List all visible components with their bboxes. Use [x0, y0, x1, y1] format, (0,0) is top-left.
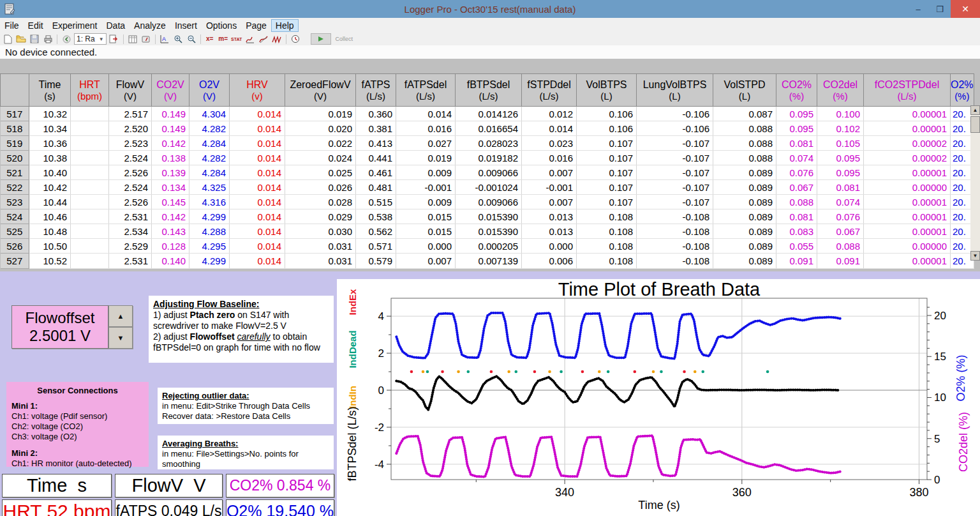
- cell-fco2stpddel[interactable]: 0.00000: [864, 239, 951, 254]
- cell-hrv[interactable]: 0.014: [230, 121, 285, 136]
- column-header-o2v[interactable]: O2V(V): [189, 74, 230, 107]
- cell-fstpddel[interactable]: 0.013: [522, 209, 577, 224]
- column-header-volbtps[interactable]: VolBTPS(L): [577, 74, 637, 107]
- cell-co2del[interactable]: 0.091: [817, 254, 864, 269]
- cell-flowv[interactable]: 2.526: [109, 165, 152, 180]
- cell-hrv[interactable]: 0.014: [230, 254, 285, 269]
- cell-time[interactable]: 10.36: [29, 136, 71, 151]
- column-header-fbtpsdel[interactable]: fBTPSdel(L/s): [456, 74, 522, 107]
- cell-zeroedflowv[interactable]: 0.019: [285, 107, 356, 121]
- cell-flowv[interactable]: 2.531: [109, 254, 152, 269]
- cell-volstpd[interactable]: 0.087: [713, 107, 776, 121]
- cell-hrv[interactable]: 0.014: [230, 151, 285, 165]
- cell-fco2stpddel[interactable]: 0.00001: [864, 224, 951, 239]
- cell-co2del[interactable]: 0.081: [817, 180, 864, 195]
- cell-fbtpsdel[interactable]: 0.019182: [456, 151, 522, 165]
- cell-fatps[interactable]: 0.413: [356, 136, 396, 151]
- cell-o2v[interactable]: 4.282: [189, 121, 230, 136]
- cell-zeroedflowv[interactable]: 0.031: [285, 239, 356, 254]
- integral-icon[interactable]: [244, 34, 256, 45]
- cell-hrt[interactable]: [71, 121, 109, 136]
- save-icon[interactable]: [29, 34, 40, 45]
- curve-fit-icon[interactable]: [258, 34, 269, 45]
- cell-co2%[interactable]: 0.055: [776, 239, 817, 254]
- data-collection-setup-icon[interactable]: [290, 34, 301, 45]
- cell-volbtps[interactable]: 0.106: [577, 107, 637, 121]
- menu-item-experiment[interactable]: Experiment: [48, 19, 102, 32]
- cell-o2v[interactable]: 4.316: [189, 195, 230, 209]
- cell-volstpd[interactable]: 0.089: [713, 180, 776, 195]
- cell-hrt[interactable]: [71, 239, 109, 254]
- cell-hrv[interactable]: 0.014: [230, 239, 285, 254]
- cell-volstpd[interactable]: 0.089: [713, 195, 776, 209]
- cell-fatpsdel[interactable]: 0.015: [396, 224, 456, 239]
- cell-time[interactable]: 10.40: [29, 165, 71, 180]
- cell-zeroedflowv[interactable]: 0.030: [285, 224, 356, 239]
- cell-fco2stpddel[interactable]: 0.00001: [864, 165, 951, 180]
- column-header-co2del[interactable]: CO2del(%): [817, 74, 864, 107]
- cell-o2v[interactable]: 4.284: [189, 136, 230, 151]
- cell-co2v[interactable]: 0.149: [152, 107, 189, 121]
- cell-hrv[interactable]: 0.014: [230, 195, 285, 209]
- column-header-time[interactable]: Time(s): [29, 74, 71, 107]
- column-header-co2%[interactable]: CO2%(%): [776, 74, 817, 107]
- zoom-out-icon[interactable]: [186, 34, 197, 45]
- cell-flowv[interactable]: 2.517: [109, 107, 152, 121]
- menu-item-edit[interactable]: Edit: [24, 19, 48, 32]
- previous-page-icon[interactable]: [61, 34, 72, 45]
- open-file-icon[interactable]: [15, 34, 27, 45]
- cell-volstpd[interactable]: 0.088: [713, 121, 776, 136]
- collect-button[interactable]: [311, 33, 331, 45]
- cell-volbtps[interactable]: 0.108: [577, 209, 637, 224]
- cell-co2%[interactable]: 0.083: [776, 224, 817, 239]
- cell-fstpddel[interactable]: 0.000: [522, 239, 577, 254]
- cell-hrt[interactable]: [71, 136, 109, 151]
- cell-fatps[interactable]: 0.538: [356, 209, 396, 224]
- cell-fbtpsdel[interactable]: -0.001024: [456, 180, 522, 195]
- menu-item-options[interactable]: Options: [202, 19, 241, 32]
- cell-co2%[interactable]: 0.095: [776, 121, 817, 136]
- cell-volbtps[interactable]: 0.108: [577, 254, 637, 269]
- cell-o2v[interactable]: 4.299: [189, 254, 230, 269]
- cell-o2v[interactable]: 4.288: [189, 224, 230, 239]
- cell-fco2stpddel[interactable]: 0.00002: [864, 136, 951, 151]
- vertical-scroll-thumb[interactable]: [970, 116, 980, 133]
- cell-volbtps[interactable]: 0.107: [577, 165, 637, 180]
- cell-volbtps[interactable]: 0.107: [577, 180, 637, 195]
- column-header-fatps[interactable]: fATPS(L/s): [356, 74, 396, 107]
- cell-fbtpsdel[interactable]: 0.015390: [456, 209, 522, 224]
- cell-co2del[interactable]: 0.074: [817, 195, 864, 209]
- data-table-icon[interactable]: [127, 34, 138, 45]
- cell-hrv[interactable]: 0.014: [230, 209, 285, 224]
- cell-flowv[interactable]: 2.526: [109, 195, 152, 209]
- cell-volstpd[interactable]: 0.089: [713, 239, 776, 254]
- cell-hrv[interactable]: 0.014: [230, 165, 285, 180]
- close-button[interactable]: ✕: [951, 0, 980, 18]
- cell-fatpsdel[interactable]: 0.019: [396, 151, 456, 165]
- menu-item-file[interactable]: File: [0, 19, 24, 32]
- autoscale-icon[interactable]: A: [159, 34, 170, 45]
- cell-hrt[interactable]: [71, 254, 109, 269]
- cell-zeroedflowv[interactable]: 0.026: [285, 180, 356, 195]
- cell-volstpd[interactable]: 0.088: [713, 136, 776, 151]
- cell-hrt[interactable]: [71, 209, 109, 224]
- cell-fstpddel[interactable]: 0.013: [522, 224, 577, 239]
- cell-co2%[interactable]: 0.095: [776, 107, 817, 121]
- page-selector-dropdown[interactable]: 1: Ra ▼: [74, 33, 107, 45]
- scroll-up-button[interactable]: ▲: [970, 105, 980, 115]
- cell-time[interactable]: 10.32: [29, 107, 71, 121]
- cell-zeroedflowv[interactable]: 0.031: [285, 254, 356, 269]
- cell-co2v[interactable]: 0.142: [152, 136, 189, 151]
- time-plot-chart[interactable]: Time Plot of Breath Data420-2-4201510503…: [337, 279, 980, 516]
- cell-fbtpsdel[interactable]: 0.009066: [456, 165, 522, 180]
- cell-zeroedflowv[interactable]: 0.024: [285, 151, 356, 165]
- new-file-icon[interactable]: [2, 34, 13, 45]
- cell-hrt[interactable]: [71, 180, 109, 195]
- cell-volstpd[interactable]: 0.088: [713, 151, 776, 165]
- cell-co2v[interactable]: 0.149: [152, 121, 189, 136]
- cell-zeroedflowv[interactable]: 0.025: [285, 165, 356, 180]
- cell-fco2stpddel[interactable]: 0.00001: [864, 195, 951, 209]
- column-header-zeroedflowv[interactable]: ZeroedFlowV(V): [285, 74, 356, 107]
- column-header-o2%[interactable]: O2%(%): [951, 74, 974, 107]
- cell-volstpd[interactable]: 0.089: [713, 224, 776, 239]
